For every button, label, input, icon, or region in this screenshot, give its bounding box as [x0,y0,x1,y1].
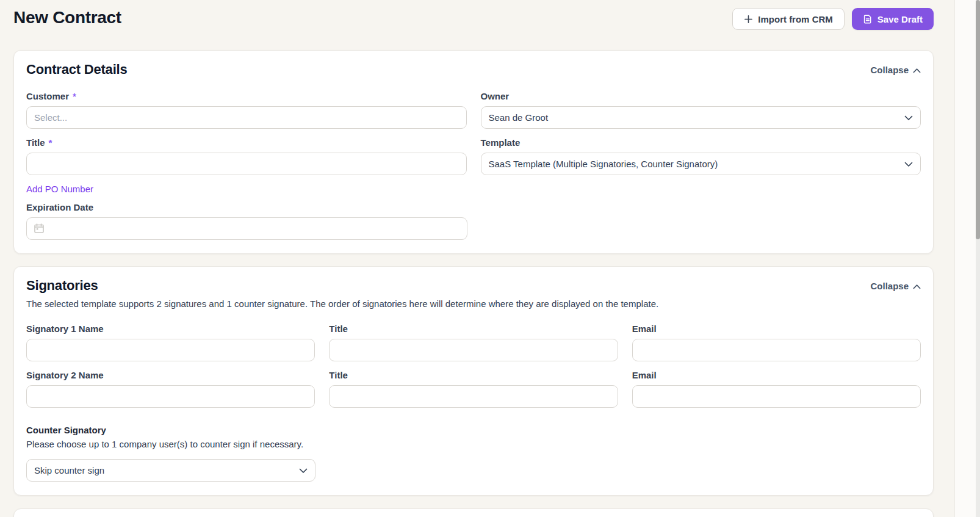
counter-signatory-label: Counter Signatory [26,425,921,435]
title-required-asterisk: * [49,137,52,148]
chevron-up-icon [913,281,921,291]
signatories-grid: Signatory 1 Name Title Email Signatory 2… [26,324,921,408]
document-icon [863,14,873,24]
signatory-2-name-input[interactable] [26,385,315,408]
counter-signatory-description: Please choose up to 1 company user(s) to… [26,439,921,449]
template-select[interactable]: SaaS Template (Multiple Signatories, Cou… [481,153,921,175]
contract-details-card: Contract Details Collapse Customer* Owne… [13,50,934,254]
customer-label-text: Customer [26,91,69,101]
counter-signatory-select-value: Skip counter sign [34,465,104,475]
save-draft-label: Save Draft [877,14,923,24]
right-gutter [954,0,976,517]
customer-field-group: Customer* [26,91,467,129]
chevron-down-icon [904,159,913,169]
contract-details-header: Contract Details Collapse [26,62,921,78]
signatory-2-title-group: Title [329,370,618,408]
contract-details-grid: Customer* Owner Sean de Groot Title* [26,91,921,175]
signatories-card: Signatories Collapse The selected templa… [13,266,934,496]
contract-details-collapse-label: Collapse [870,65,909,75]
signatory-1-name-group: Signatory 1 Name [26,324,315,361]
signatory-2-name-label: Signatory 2 Name [26,370,315,380]
owner-field-group: Owner Sean de Groot [481,91,921,129]
save-draft-button[interactable]: Save Draft [852,8,934,30]
import-from-crm-button[interactable]: Import from CRM [732,8,845,30]
title-input[interactable] [26,153,467,175]
signatory-1-name-input[interactable] [26,339,315,361]
signatories-collapse-label: Collapse [870,281,909,291]
signatories-collapse-button[interactable]: Collapse [870,281,921,291]
expiration-date-label: Expiration Date [26,202,921,212]
add-po-number-link[interactable]: Add PO Number [26,184,93,194]
top-actions: Import from CRM Save Draft [732,8,934,30]
counter-signatory-block: Counter Signatory Please choose up to 1 … [26,425,921,482]
title-label: Title* [26,137,467,148]
signatory-1-title-group: Title [329,324,618,361]
signatory-1-email-label: Email [632,324,921,334]
owner-select[interactable]: Sean de Groot [481,106,921,129]
signatories-title: Signatories [26,278,98,294]
page-title: New Contract [13,8,121,27]
signatory-1-email-group: Email [632,324,921,361]
chevron-up-icon [913,65,921,75]
signatory-2-email-group: Email [632,370,921,408]
signatory-2-title-input[interactable] [329,385,618,408]
title-label-text: Title [26,137,45,148]
contract-details-collapse-button[interactable]: Collapse [870,65,921,75]
chevron-down-icon [299,465,308,475]
top-bar: New Contract Import from CRM Save Draft [13,0,934,38]
signatory-2-email-input[interactable] [632,385,921,408]
plus-icon [744,15,753,24]
scrollbar-thumb[interactable] [976,0,980,239]
page: New Contract Import from CRM Save Draft [13,0,934,517]
signatory-1-title-input[interactable] [329,339,618,361]
template-select-value: SaaS Template (Multiple Signatories, Cou… [489,159,718,169]
customer-select-input[interactable] [26,106,467,129]
signatory-1-name-label: Signatory 1 Name [26,324,315,334]
scrollbar-track[interactable] [976,0,980,517]
template-field-group: Template SaaS Template (Multiple Signato… [481,137,921,175]
customer-label: Customer* [26,91,467,101]
owner-select-value: Sean de Groot [489,112,549,123]
expiration-date-input[interactable] [26,217,467,240]
counter-signatory-select[interactable]: Skip counter sign [26,459,315,482]
expiration-field-group: Expiration Date [26,202,921,240]
next-card-partial [13,508,934,517]
signatories-header: Signatories Collapse [26,278,921,294]
expiration-date-wrap [26,217,467,240]
signatory-2-name-group: Signatory 2 Name [26,370,315,408]
title-field-group: Title* [26,137,467,175]
import-from-crm-label: Import from CRM [758,14,833,24]
chevron-down-icon [904,112,913,123]
signatory-1-title-label: Title [329,324,618,334]
signatories-description: The selected template supports 2 signatu… [26,298,921,309]
owner-label: Owner [481,91,921,101]
contract-details-title: Contract Details [26,62,128,78]
template-label: Template [481,137,921,148]
signatory-2-title-label: Title [329,370,618,380]
signatory-1-email-input[interactable] [632,339,921,361]
customer-required-asterisk: * [73,91,76,101]
signatory-2-email-label: Email [632,370,921,380]
